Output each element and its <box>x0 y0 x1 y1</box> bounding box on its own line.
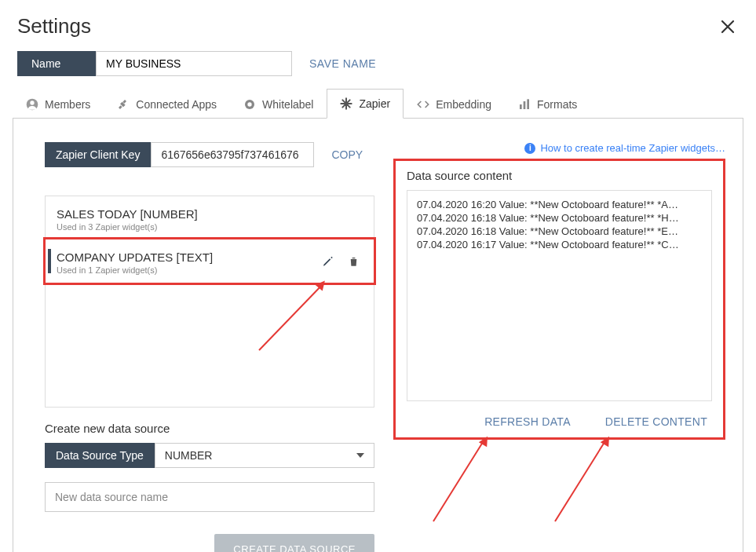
svg-rect-4 <box>520 104 522 109</box>
name-label: Name <box>17 51 96 76</box>
content-row: 07.04.2020 16:17 Value: **New Octoboard … <box>417 239 702 252</box>
content-title: Data source content <box>407 169 712 182</box>
data-source-sub: Used in 3 Zapier widget(s) <box>57 222 363 232</box>
help-link[interactable]: i How to create real-time Zapier widgets… <box>393 142 725 154</box>
tab-formats[interactable]: Formats <box>505 90 590 119</box>
data-source-item-selected[interactable]: COMPANY UPDATES [TEXT] Used in 1 Zapier … <box>43 237 376 285</box>
data-source-content-panel: Data source content 07.04.2020 16:20 Val… <box>393 159 725 440</box>
copy-key-button[interactable]: COPY <box>331 148 363 161</box>
tab-connected-apps[interactable]: Connected Apps <box>104 90 230 119</box>
badge-icon <box>243 98 256 111</box>
info-icon: i <box>524 143 535 154</box>
content-row: 07.04.2020 16:20 Value: **New Octoboard … <box>417 199 702 212</box>
chevron-down-icon <box>356 453 364 458</box>
asterisk-icon <box>340 97 352 110</box>
bars-icon <box>518 98 531 111</box>
business-name-input[interactable] <box>96 51 292 76</box>
tab-label: Connected Apps <box>136 98 217 111</box>
code-icon <box>417 98 429 111</box>
type-label: Data Source Type <box>45 443 155 468</box>
svg-point-3 <box>247 102 251 106</box>
tab-members[interactable]: Members <box>13 90 104 119</box>
tabs-bar: Members Connected Apps Whitelabel Zapier… <box>0 89 756 119</box>
content-row: 07.04.2020 16:18 Value: **New Octoboard … <box>417 225 702 239</box>
data-source-sub: Used in 1 Zapier widget(s) <box>57 265 363 275</box>
delete-content-button[interactable]: DELETE CONTENT <box>605 415 707 428</box>
create-data-source-button[interactable]: CREATE DATA SOURCE <box>214 534 374 552</box>
zapier-key-value: 6167656e63795f737461676 <box>151 142 314 167</box>
save-name-button[interactable]: SAVE NAME <box>309 57 376 70</box>
data-source-title: COMPANY UPDATES [TEXT] <box>57 250 363 264</box>
plug-icon <box>117 98 130 111</box>
tab-label: Formats <box>537 98 577 111</box>
type-select[interactable]: NUMBER <box>155 443 374 468</box>
page-title: Settings <box>17 14 91 38</box>
help-link-text: How to create real-time Zapier widgets… <box>540 142 725 154</box>
tab-zapier[interactable]: Zapier <box>327 89 404 119</box>
edit-icon[interactable] <box>322 255 334 267</box>
tab-label: Whitelabel <box>262 98 313 111</box>
data-source-item[interactable]: SALES TODAY [NUMBER] Used in 3 Zapier wi… <box>46 196 374 239</box>
tab-label: Members <box>45 98 90 111</box>
trash-icon[interactable] <box>348 255 360 267</box>
tab-whitelabel[interactable]: Whitelabel <box>230 90 327 119</box>
zapier-key-label: Zapier Client Key <box>45 142 151 167</box>
tab-embedding[interactable]: Embedding <box>404 90 505 119</box>
svg-point-1 <box>30 101 34 104</box>
svg-rect-5 <box>524 101 526 109</box>
tab-label: Zapier <box>359 97 390 110</box>
content-rows: 07.04.2020 16:20 Value: **New Octoboard … <box>407 190 712 401</box>
selection-indicator <box>48 249 51 273</box>
new-data-source-name-input[interactable] <box>45 482 374 512</box>
refresh-data-button[interactable]: REFRESH DATA <box>484 415 571 428</box>
type-value: NUMBER <box>165 449 213 462</box>
content-row: 07.04.2020 16:18 Value: **New Octoboard … <box>417 212 702 225</box>
data-source-title: SALES TODAY [NUMBER] <box>57 207 363 221</box>
data-source-list: SALES TODAY [NUMBER] Used in 3 Zapier wi… <box>45 196 374 408</box>
svg-rect-6 <box>527 99 529 109</box>
tab-label: Embedding <box>436 98 491 111</box>
create-heading: Create new data source <box>45 422 374 435</box>
close-icon[interactable] <box>720 19 736 35</box>
person-icon <box>26 98 38 111</box>
